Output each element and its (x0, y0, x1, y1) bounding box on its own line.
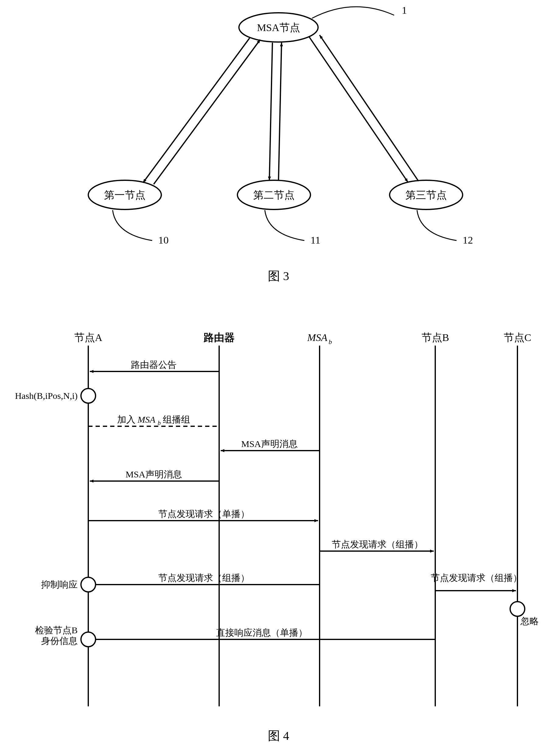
svg-line-5 (154, 39, 260, 184)
leader-second (265, 210, 304, 240)
svg-line-4 (143, 38, 250, 183)
event-ignore (510, 602, 525, 616)
svg-line-9 (320, 35, 418, 181)
edge-msa-third (309, 35, 418, 182)
msg-router-advert-label: 路由器公告 (131, 359, 177, 370)
lifeline-b-label: 节点B (421, 332, 449, 343)
svg-line-8 (309, 36, 408, 182)
node-second-label: 第二节点 (253, 190, 295, 201)
event-hash (81, 388, 95, 403)
node-second: 第二节点 (237, 180, 311, 209)
lifeline-c-label: 节点C (504, 332, 531, 343)
event-ignore-label: 忽略 (520, 616, 539, 626)
msg-discovery-multicast-right-label: 节点发现请求（组播） (332, 539, 423, 549)
svg-line-7 (278, 42, 282, 180)
msg-msa-announce-2-label: MSA声明消息 (125, 469, 182, 479)
msg-direct-response-label: 直接响应消息（单播） (216, 628, 307, 638)
figure-4-caption: 图 4 (268, 729, 289, 743)
leader-third (417, 210, 457, 240)
event-suppress (81, 577, 95, 592)
svg-line-6 (269, 42, 272, 180)
ref-msa: 1 (402, 5, 407, 16)
event-verify-label-1: 检验节点B (35, 625, 78, 635)
msg-discovery-multicast-c-label: 节点发现请求（组播） (431, 573, 522, 583)
node-third-label: 第三节点 (405, 190, 447, 201)
leader-msa (312, 7, 394, 18)
edge-msa-first (143, 38, 260, 184)
node-msa-label: MSA节点 (257, 22, 300, 33)
figure-3: MSA节点 1 第一节点 10 第二节点 11 第三节点 12 (88, 5, 473, 283)
ref-third: 12 (463, 234, 473, 246)
msg-msa-announce-1-label: MSA声明消息 (241, 439, 297, 449)
msg-discovery-unicast-label: 节点发现请求（单播） (158, 509, 250, 519)
node-first-label: 第一节点 (104, 190, 146, 201)
event-hash-label: Hash(B,iPos,N,i) (15, 390, 78, 401)
figure-4: 节点A 路由器 MSA b 节点B 节点C 路由器公告 Hash(B,iPos,… (15, 332, 539, 743)
node-first: 第一节点 (88, 180, 161, 209)
leader-first (113, 210, 152, 240)
lifeline-router-label: 路由器 (203, 332, 235, 343)
event-verify (81, 632, 95, 647)
lifeline-msa-label: MSA b (307, 332, 332, 346)
ref-first: 10 (158, 234, 169, 246)
msg-discovery-multicast-left-label: 节点发现请求（组播） (158, 573, 250, 583)
edge-msa-second (269, 42, 282, 180)
node-msa-top: MSA节点 (239, 13, 318, 42)
msg-join-msa-group-label: 加入 MSA b 组播组 (117, 414, 190, 427)
figure-3-caption: 图 3 (268, 269, 289, 283)
node-third: 第三节点 (389, 180, 463, 209)
lifeline-a-label: 节点A (74, 332, 102, 343)
ref-second: 11 (311, 234, 321, 246)
event-suppress-label: 抑制响应 (41, 579, 78, 589)
event-verify-label-2: 身份信息 (41, 636, 78, 646)
